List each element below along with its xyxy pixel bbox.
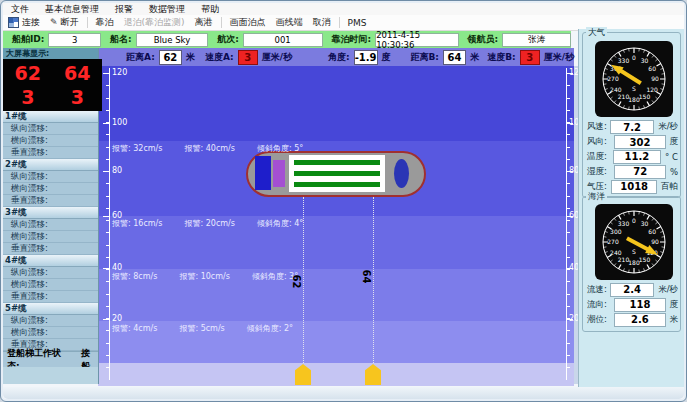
temperature-value: 11.2 <box>613 150 661 164</box>
wind-speed-unit: 米/秒 <box>658 121 678 133</box>
bow-block <box>255 156 271 190</box>
big-display-value: 64 <box>64 64 90 83</box>
tilt-angle-label: 倾斜角度: 2° <box>247 323 293 334</box>
berth-time-field[interactable]: 2011-4-15 10:30:36 <box>375 33 458 47</box>
toolbar-separator <box>339 17 340 28</box>
current-compass-gauge: 0306090120150180210240270300330S <box>595 204 673 280</box>
toolbar-button-label: 画面泊点 <box>230 16 266 29</box>
axis-line <box>566 68 567 380</box>
svg-text:60: 60 <box>648 65 656 72</box>
axis-minor-tick <box>106 98 109 99</box>
axis-minor-tick <box>106 269 109 270</box>
connect-grid-icon <box>8 17 19 28</box>
wind-direction-value: 302 <box>614 135 665 149</box>
svg-text:60: 60 <box>648 228 656 235</box>
svg-text:180: 180 <box>628 96 640 103</box>
axis-minor-tick <box>567 110 570 111</box>
connect-button[interactable]: 连接 <box>3 16 45 29</box>
axis-tick-label: 20 <box>112 315 122 323</box>
alarm-speed-a-label: 报警: 16cm/s <box>112 218 162 229</box>
ship-name-field[interactable]: Blue Sky <box>136 33 209 47</box>
axis-minor-tick <box>567 355 570 356</box>
axis-minor-tick <box>106 85 109 86</box>
sensor-section-1: 1#缆纵向漂移:横向漂移:垂直漂移: <box>3 111 98 159</box>
menu-item-3[interactable]: 报警 <box>107 3 141 16</box>
distance-b-unit: 米 <box>470 51 479 64</box>
tilt-angle-label: 倾斜角度: 5° <box>257 143 303 154</box>
tide-level-unit: 米 <box>670 314 679 326</box>
svg-text:330: 330 <box>618 220 630 227</box>
pms-button[interactable]: PMS <box>343 18 372 28</box>
draw-line-end-button[interactable]: 画线端 <box>271 16 308 29</box>
app-window: 文件基本信息管理报警数据管理帮助 连接✎断开靠泊退泊(靠泊监测)离港画面泊点画线… <box>0 0 687 402</box>
svg-text:90: 90 <box>651 75 659 82</box>
axis-minor-tick <box>567 98 570 99</box>
ship-id-field[interactable]: 3 <box>48 33 101 47</box>
axis-minor-tick <box>106 306 109 307</box>
berth-button[interactable]: 靠泊 <box>91 16 119 29</box>
svg-text:0: 0 <box>632 54 636 61</box>
voyage-info-bar: 船舶ID:3船名:Blue Sky航次:001靠泊时间:2011-4-15 10… <box>3 31 571 48</box>
unberth-button: 退泊(靠泊监测) <box>119 16 190 29</box>
cancel-button[interactable]: 取消 <box>308 16 336 29</box>
speed-a-unit: 厘米/秒 <box>262 51 292 64</box>
angle-label: 角度: <box>328 51 350 64</box>
hatch-stripe <box>294 160 380 165</box>
drift-row-label: 横向漂移: <box>3 135 98 147</box>
voyage-no-field[interactable]: 001 <box>243 33 323 47</box>
menu-item-5[interactable]: 帮助 <box>193 3 227 16</box>
hatch-stripe <box>294 171 380 176</box>
speed-b-value: 3 <box>520 50 540 65</box>
tide-level-value: 2.6 <box>614 313 665 327</box>
current-speed-row: 流速:2.4米/秒 <box>585 282 678 297</box>
toolbar-separator <box>87 17 88 28</box>
drift-row-label: 纵向漂移: <box>3 267 98 279</box>
angle-unit: 度 <box>382 51 391 64</box>
depart-button[interactable]: 离港 <box>190 16 218 29</box>
sensor-section-5: 5#缆纵向漂移:横向漂移:垂直漂移: <box>3 303 98 351</box>
axis-minor-tick <box>106 232 109 233</box>
svg-text:240: 240 <box>610 86 622 93</box>
drift-row-label: 垂直漂移: <box>3 291 98 303</box>
axis-minor-tick <box>567 196 570 197</box>
svg-text:240: 240 <box>610 249 622 256</box>
draw-berth-point-button[interactable]: 画面泊点 <box>225 16 271 29</box>
dock-strip <box>98 363 574 386</box>
big-display-value: 3 <box>71 88 84 107</box>
drift-row-label: 垂直漂移: <box>3 195 98 207</box>
svg-text:S: S <box>632 248 636 255</box>
menu-item-4[interactable]: 数据管理 <box>141 3 193 16</box>
axis-minor-tick <box>106 159 109 160</box>
axis-minor-tick <box>567 183 570 184</box>
pilot-field[interactable]: 张涛 <box>502 33 571 47</box>
wind-compass-gauge: 0306090120150180210240270300330S <box>595 41 673 117</box>
axis-minor-tick <box>106 330 109 331</box>
svg-text:120: 120 <box>646 86 658 93</box>
sensor-sections: 1#缆纵向漂移:横向漂移:垂直漂移:2#缆纵向漂移:横向漂移:垂直漂移:3#缆纵… <box>3 111 98 351</box>
pilot-label: 领航员: <box>468 33 499 46</box>
axis-tick-label: 80 <box>112 167 122 175</box>
drift-row-label: 纵向漂移: <box>3 315 98 327</box>
svg-text:0: 0 <box>632 217 636 224</box>
alarm-speed-a-label: 报警: 32cm/s <box>112 143 162 154</box>
menu-item-1[interactable]: 文件 <box>3 3 37 16</box>
current-speed-value: 2.4 <box>610 283 654 297</box>
disconnect-button[interactable]: ✎断开 <box>45 16 84 29</box>
axis-tick-label: 120 <box>112 69 127 77</box>
axis-minor-tick <box>567 220 570 221</box>
svg-text:300: 300 <box>610 228 622 235</box>
axis-minor-tick <box>106 208 109 209</box>
big-screen-display: 626433 <box>3 59 102 111</box>
berth-time-label: 靠泊时间: <box>332 33 372 46</box>
speed-a-label: 速度A: <box>205 51 234 64</box>
big-display-value: 62 <box>15 64 41 83</box>
alarm-speed-b-label: 报警: 40cm/s <box>184 143 234 154</box>
drift-row-label: 垂直漂移: <box>3 147 98 159</box>
speed-b-label: 速度B: <box>487 51 515 64</box>
temperature-row: 温度:11.2° C <box>585 150 678 165</box>
drift-row-label: 垂直漂移: <box>3 243 98 255</box>
distance-b-value: 64 <box>443 50 466 65</box>
alarm-speed-b-label: 报警: 5cm/s <box>179 323 224 334</box>
ship-id-label: 船舶ID: <box>12 33 44 46</box>
menu-item-2[interactable]: 基本信息管理 <box>37 3 107 16</box>
